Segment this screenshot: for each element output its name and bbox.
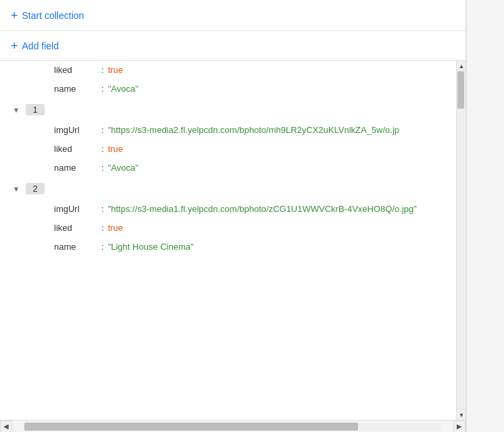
vertical-scrollbar[interactable]: ▲ ▼	[456, 61, 465, 420]
collapse-arrow-icon[interactable]: ▼	[11, 105, 22, 115]
scroll-thumb	[457, 72, 464, 109]
content-area[interactable]: liked : true name : "Avoca" ▼ 1	[0, 61, 456, 420]
field-row: imgUrl : "https://s3-media2.fl.yelpcdn.c…	[0, 121, 447, 140]
h-scroll-thumb	[24, 423, 358, 431]
array-item-header-2[interactable]: ▼ 2	[0, 178, 447, 200]
field-row: liked : true	[0, 61, 447, 80]
field-value: true	[108, 223, 123, 233]
top-level-fields: liked : true name : "Avoca"	[0, 61, 447, 99]
scroll-down-button[interactable]: ▼	[457, 409, 465, 420]
field-row: name : "Light House Cinema"	[0, 238, 447, 256]
array-item-2: ▼ 2 imgUrl : "https://s3-media1.fl.yelpc…	[0, 178, 447, 256]
start-collection-label: Start collection	[22, 10, 84, 21]
scroll-left-button[interactable]: ◀	[0, 421, 12, 433]
field-key: liked	[54, 223, 101, 233]
top-bar: + Start collection	[0, 0, 465, 31]
array-index-badge: 2	[26, 183, 45, 194]
field-key: liked	[54, 144, 101, 154]
field-value: true	[108, 65, 123, 75]
array-item-header-1[interactable]: ▼ 1	[0, 99, 447, 121]
field-key: imgUrl	[54, 125, 101, 135]
horizontal-scrollbar[interactable]: ◀ ▶	[0, 420, 465, 432]
field-key: liked	[54, 65, 101, 75]
field-value: "Avoca"	[108, 163, 138, 173]
h-scroll-track[interactable]	[24, 423, 441, 431]
field-key: name	[54, 163, 101, 173]
add-field-button[interactable]: + Add field	[11, 40, 59, 52]
main-panel: + Start collection + Add field liked : t…	[0, 0, 466, 432]
field-key: name	[54, 84, 101, 94]
scroll-right-button[interactable]: ▶	[453, 421, 465, 433]
plus-icon-2: +	[11, 40, 18, 52]
field-row: liked : true	[0, 219, 447, 238]
field-value: "Light House Cinema"	[108, 242, 194, 252]
field-key: name	[54, 242, 101, 252]
start-collection-button[interactable]: + Start collection	[11, 9, 84, 22]
field-value: true	[108, 144, 123, 154]
field-key: imgUrl	[54, 204, 101, 214]
field-row: name : "Avoca"	[0, 159, 447, 178]
field-value: "https://s3-media2.fl.yelpcdn.com/bphoto…	[108, 125, 399, 135]
add-field-label: Add field	[22, 40, 59, 51]
content-inner: liked : true name : "Avoca" ▼ 1	[0, 61, 447, 420]
field-row: liked : true	[0, 140, 447, 159]
field-row: name : "Avoca"	[0, 80, 447, 99]
array-index-badge: 1	[26, 104, 45, 115]
array-item-1: ▼ 1 imgUrl : "https://s3-media2.fl.yelpc…	[0, 99, 447, 178]
add-field-bar: + Add field	[0, 31, 465, 61]
field-row: imgUrl : "https://s3-media1.fl.yelpcdn.c…	[0, 200, 447, 219]
field-value: "Avoca"	[108, 84, 138, 94]
scroll-up-button[interactable]: ▲	[457, 61, 465, 72]
side-panel	[466, 0, 504, 432]
field-value: "https://s3-media1.fl.yelpcdn.com/bphoto…	[108, 204, 417, 214]
scroll-track[interactable]	[457, 72, 465, 409]
plus-icon: +	[11, 9, 18, 22]
collapse-arrow-icon[interactable]: ▼	[11, 184, 22, 194]
